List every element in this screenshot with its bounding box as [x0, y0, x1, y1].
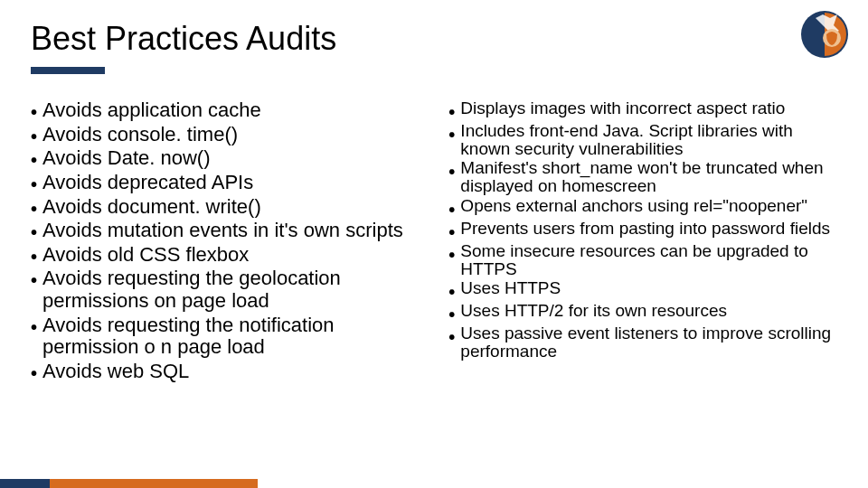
- item-text: Avoids document. write(): [42, 196, 261, 219]
- list-item: •Avoids application cache: [31, 99, 430, 122]
- slide-title: Best Practices Audits: [31, 20, 336, 58]
- list-item: •Manifest's short_name won't be truncate…: [448, 159, 841, 195]
- item-text: Opens external anchors using rel="noopen…: [460, 197, 807, 215]
- bullet-icon: •: [31, 103, 37, 121]
- bottom-accent-bar: [0, 479, 868, 488]
- item-text: Avoids web SQL: [42, 361, 189, 383]
- item-text: Displays images with incorrect aspect ra…: [460, 99, 785, 117]
- bullet-icon: •: [31, 318, 37, 336]
- bullet-icon: •: [31, 271, 37, 289]
- item-text: Uses HTTP/2 for its own resources: [460, 302, 727, 320]
- item-text: Avoids console. time(): [42, 124, 238, 146]
- bullet-icon: •: [31, 175, 37, 193]
- list-item: •Avoids web SQL: [31, 361, 430, 383]
- list-item: •Uses HTTPS: [448, 279, 841, 301]
- list-item: •Includes front-end Java. Script librari…: [448, 122, 841, 158]
- left-list: •Avoids application cache •Avoids consol…: [31, 99, 430, 383]
- list-item: •Displays images with incorrect aspect r…: [448, 99, 841, 121]
- bullet-icon: •: [448, 223, 455, 241]
- item-text: Manifest's short_name won't be truncated…: [460, 159, 841, 195]
- bullet-icon: •: [448, 328, 455, 346]
- list-item: •Some insecure resources can be upgraded…: [448, 242, 841, 278]
- logo-icon: [799, 9, 850, 60]
- list-item: •Opens external anchors using rel="noope…: [448, 197, 841, 219]
- right-list: •Displays images with incorrect aspect r…: [448, 99, 841, 361]
- content-columns: •Avoids application cache •Avoids consol…: [31, 99, 841, 385]
- left-column: •Avoids application cache •Avoids consol…: [31, 99, 430, 385]
- list-item: •Avoids deprecated APIs: [31, 172, 430, 194]
- item-text: Avoids requesting the notification permi…: [42, 314, 430, 359]
- item-text: Avoids deprecated APIs: [42, 172, 253, 194]
- item-text: Avoids requesting the geolocation permis…: [42, 267, 430, 312]
- bullet-icon: •: [31, 223, 37, 241]
- list-item: •Avoids old CSS flexbox: [31, 244, 430, 267]
- bullet-icon: •: [448, 163, 455, 181]
- item-text: Includes front-end Java. Script librarie…: [460, 122, 841, 158]
- list-item: •Prevents users from pasting into passwo…: [448, 220, 841, 241]
- bullet-icon: •: [448, 201, 455, 219]
- bullet-icon: •: [448, 126, 455, 144]
- bullet-icon: •: [31, 151, 37, 169]
- list-item: •Avoids document. write(): [31, 196, 430, 219]
- item-text: Uses passive event listeners to improve …: [460, 324, 841, 361]
- list-item: •Avoids Date. now(): [31, 147, 430, 170]
- item-text: Avoids application cache: [42, 99, 261, 122]
- item-text: Avoids mutation events in it's own scrip…: [42, 220, 403, 242]
- item-text: Prevents users from pasting into passwor…: [460, 220, 830, 238]
- list-item: •Uses passive event listeners to improve…: [448, 324, 841, 361]
- bar-orange-segment: [50, 479, 258, 488]
- list-item: •Avoids requesting the notification perm…: [31, 314, 430, 359]
- item-text: Avoids Date. now(): [42, 147, 210, 170]
- bullet-icon: •: [448, 103, 455, 121]
- bullet-icon: •: [31, 248, 37, 266]
- item-text: Avoids old CSS flexbox: [42, 244, 249, 267]
- bullet-icon: •: [448, 283, 455, 301]
- list-item: •Avoids requesting the geolocation permi…: [31, 267, 430, 312]
- bar-rest-segment: [258, 479, 868, 488]
- title-underline: [31, 67, 105, 74]
- list-item: •Avoids console. time(): [31, 124, 430, 146]
- item-text: Some insecure resources can be upgraded …: [460, 242, 841, 278]
- bullet-icon: •: [448, 246, 455, 264]
- bar-navy-segment: [0, 479, 50, 488]
- bullet-icon: •: [448, 305, 455, 324]
- bullet-icon: •: [31, 127, 37, 145]
- list-item: •Uses HTTP/2 for its own resources: [448, 302, 841, 324]
- bullet-icon: •: [31, 200, 37, 218]
- right-column: •Displays images with incorrect aspect r…: [448, 99, 841, 385]
- list-item: •Avoids mutation events in it's own scri…: [31, 220, 430, 242]
- item-text: Uses HTTPS: [460, 279, 561, 297]
- bullet-icon: •: [31, 364, 37, 382]
